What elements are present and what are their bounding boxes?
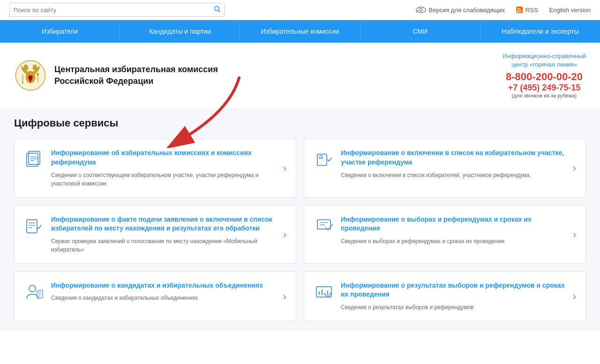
vision-link[interactable]: Версия для слабовидящих (416, 7, 505, 14)
logo-section: Центральная избирательная комиссия Росси… (14, 59, 218, 92)
search-box[interactable] (9, 3, 225, 17)
svg-point-32 (29, 285, 36, 292)
svg-rect-25 (27, 220, 37, 233)
service-text-application: Информирование о факте подачи заявления … (51, 215, 277, 254)
info-center-label: Информационно-справочныйцентр «горячая л… (502, 52, 586, 69)
chevron-right-icon-2: › (573, 163, 576, 173)
info-center: Информационно-справочныйцентр «горячая л… (502, 52, 586, 98)
main-content: Цифровые сервисы (0, 108, 600, 331)
service-title-application: Информирование о факте подачи заявления … (51, 215, 277, 233)
vision-label: Версия для слабовидящих (429, 7, 505, 14)
header-area: Центральная избирательная комиссия Росси… (0, 43, 600, 108)
svg-point-16 (37, 73, 39, 75)
org-name: Центральная избирательная комиссия Росси… (54, 64, 218, 87)
svg-point-6 (517, 11, 518, 13)
svg-line-1 (218, 10, 220, 12)
nav-item-commissions[interactable]: Избирательные комиссии (240, 20, 360, 43)
chevron-right-icon-4: › (573, 229, 576, 240)
application-icon (24, 215, 45, 236)
candidates-icon (24, 281, 45, 302)
service-card-results-info[interactable]: Информирование о результатах выборов и р… (304, 271, 586, 321)
svg-point-10 (23, 66, 29, 71)
service-card-commission-info[interactable]: Информирование об избирательных комиссия… (14, 139, 296, 197)
service-title-commission-info: Информирование об избирательных комиссия… (51, 149, 277, 167)
nav-bar: Избиратели Кандидаты и партии Избиратель… (0, 20, 600, 43)
service-desc-elections: Сведения о выборах и референдумах и срок… (341, 237, 566, 245)
nav-item-candidates[interactable]: Кандидаты и партии (120, 20, 240, 43)
english-link[interactable]: English version (549, 7, 591, 14)
rss-icon (516, 7, 523, 13)
commission-icon (24, 149, 45, 169)
results-icon (314, 281, 334, 302)
voter-list-icon (314, 149, 334, 169)
top-right-links: Версия для слабовидящих RSS English vers… (416, 7, 591, 14)
chevron-right-icon: › (283, 163, 286, 173)
chevron-right-icon-6: › (573, 291, 576, 302)
vision-icon (416, 7, 426, 13)
phone-secondary: +7 (495) 249-75-15 (502, 83, 586, 93)
service-title-elections: Информирование о выборах и референдумах … (341, 215, 566, 233)
rss-link[interactable]: RSS (516, 7, 538, 14)
svg-rect-29 (317, 220, 330, 229)
svg-rect-12 (29, 75, 33, 80)
svg-point-14 (22, 82, 24, 84)
svg-point-3 (420, 8, 422, 11)
service-card-elections-info[interactable]: Информирование о выборах и референдумах … (304, 205, 586, 264)
service-card-voter-list-info[interactable]: Информирование о включении в список на и… (304, 139, 586, 197)
search-input[interactable] (14, 7, 213, 14)
svg-rect-15 (38, 74, 38, 82)
section-title: Цифровые сервисы (14, 117, 586, 129)
service-title-voter-list: Информирование о включении в список на и… (341, 149, 566, 167)
elections-icon (314, 215, 334, 236)
nav-item-media[interactable]: СМИ (360, 20, 480, 43)
phone-note: (для звонков из-за рубежа) (502, 93, 586, 98)
emblem-logo (14, 59, 47, 92)
phone-main: 8-800-200-00-20 (502, 71, 586, 83)
org-name-line2: Российской Федерации (54, 75, 218, 87)
service-text-elections: Информирование о выборах и референдумах … (341, 215, 566, 245)
service-desc-results: Сведения о результатах выборов и референ… (341, 303, 566, 312)
service-desc-application: Сервис проверки заявлений о голосовании … (51, 237, 277, 254)
top-bar: Версия для слабовидящих RSS English vers… (0, 0, 600, 20)
service-desc-commission-info: Сведения о соответствующем избирательном… (51, 171, 277, 188)
english-label: English version (549, 7, 591, 14)
service-title-candidates: Информирование о кандидатах и избиратель… (51, 281, 277, 290)
service-card-application-info[interactable]: Информирование о факте подачи заявления … (14, 205, 296, 264)
service-text-results: Информирование о результатах выборов и р… (341, 281, 566, 312)
service-text-commission-info: Информирование об избирательных комиссия… (51, 149, 277, 187)
nav-item-observers[interactable]: Наблюдатели и эксперты (480, 20, 600, 43)
svg-point-2 (416, 7, 426, 13)
service-desc-candidates: Сведения о кандидатах и избирательных об… (51, 294, 277, 302)
service-card-candidates-info[interactable]: Информирование о кандидатах и избиратель… (14, 271, 296, 321)
service-text-voter-list: Информирование о включении в список на и… (341, 149, 566, 179)
chevron-right-icon-3: › (283, 229, 286, 240)
svg-point-11 (32, 66, 38, 71)
service-desc-voter-list: Сведения о включении в список избирателе… (341, 171, 566, 179)
search-icon[interactable] (213, 5, 221, 15)
svg-rect-13 (22, 74, 23, 82)
services-grid: Информирование об избирательных комиссия… (14, 139, 586, 321)
service-title-results: Информирование о результатах выборов и р… (341, 281, 566, 299)
org-name-line1: Центральная избирательная комиссия (54, 64, 218, 75)
service-text-candidates: Информирование о кандидатах и избиратель… (51, 281, 277, 303)
nav-item-voters[interactable]: Избиратели (0, 20, 120, 43)
rss-label: RSS (525, 7, 538, 14)
svg-point-0 (215, 7, 219, 11)
chevron-right-icon-5: › (283, 291, 286, 302)
